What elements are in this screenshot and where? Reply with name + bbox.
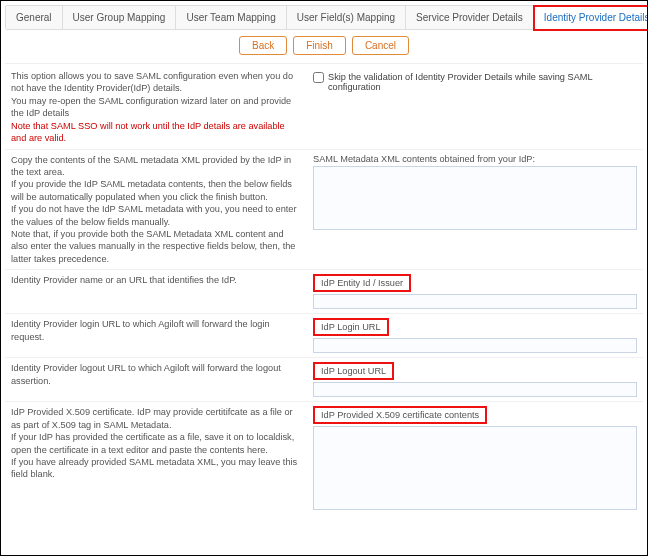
info-text: Note that, if you provide both the SAML … (11, 228, 301, 265)
info-text: This option allows you to save SAML conf… (11, 70, 301, 95)
tab-service-provider-details[interactable]: Service Provider Details (406, 6, 534, 29)
section-login-url: Identity Provider login URL to which Agi… (5, 314, 643, 358)
tab-general[interactable]: General (6, 6, 63, 29)
info-text: You may re-open the SAML configuration w… (11, 95, 301, 120)
cert-placeholder: IdP Provided X.509 certificate contents (313, 406, 487, 424)
login-url-placeholder: IdP Login URL (313, 318, 389, 336)
logout-url-placeholder: IdP Logout URL (313, 362, 394, 380)
section-certificate: IdP Provided X.509 certificate. IdP may … (5, 402, 643, 514)
warning-text: Note that SAML SSO will not work until t… (11, 120, 301, 145)
section-skip-validation: This option allows you to save SAML conf… (5, 66, 643, 150)
cert-desc: If your IdP has provided the certificate… (11, 431, 301, 456)
metadata-xml-textarea[interactable] (313, 166, 637, 230)
section-issuer: Identity Provider name or an URL that id… (5, 270, 643, 314)
cert-desc: IdP Provided X.509 certificate. IdP may … (11, 406, 301, 431)
skip-validation-text: Skip the validation of Identity Provider… (328, 72, 637, 92)
tab-user-fields-mapping[interactable]: User Field(s) Mapping (287, 6, 406, 29)
tab-user-team-mapping[interactable]: User Team Mapping (176, 6, 286, 29)
finish-button-top[interactable]: Finish (293, 36, 346, 55)
metadata-xml-label: SAML Metadata XML contents obtained from… (313, 154, 637, 164)
skip-validation-label[interactable]: Skip the validation of Identity Provider… (313, 70, 637, 92)
cancel-button-top[interactable]: Cancel (352, 36, 409, 55)
tab-identity-provider-details[interactable]: Identity Provider Details (534, 6, 648, 30)
top-button-row: Back Finish Cancel (5, 30, 643, 61)
skip-validation-checkbox[interactable] (313, 72, 324, 83)
cert-desc: If you have already provided SAML metada… (11, 456, 301, 481)
login-url-desc: Identity Provider login URL to which Agi… (11, 318, 301, 353)
issuer-desc: Identity Provider name or an URL that id… (11, 274, 301, 309)
cert-textarea[interactable] (313, 426, 637, 510)
login-url-input[interactable] (313, 338, 637, 353)
section-metadata: Copy the contents of the SAML metadata X… (5, 150, 643, 271)
logout-url-input[interactable] (313, 382, 637, 397)
tab-bar: General User Group Mapping User Team Map… (5, 5, 643, 30)
section-logout-url: Identity Provider logout URL to which Ag… (5, 358, 643, 402)
tab-user-group-mapping[interactable]: User Group Mapping (63, 6, 177, 29)
info-text: If you do not have the IdP SAML metadata… (11, 203, 301, 228)
info-text: Copy the contents of the SAML metadata X… (11, 154, 301, 179)
back-button-top[interactable]: Back (239, 36, 287, 55)
logout-url-desc: Identity Provider logout URL to which Ag… (11, 362, 301, 397)
issuer-input[interactable] (313, 294, 637, 309)
issuer-placeholder: IdP Entity Id / Issuer (313, 274, 411, 292)
info-text: If you provide the IdP SAML metadata con… (11, 178, 301, 203)
